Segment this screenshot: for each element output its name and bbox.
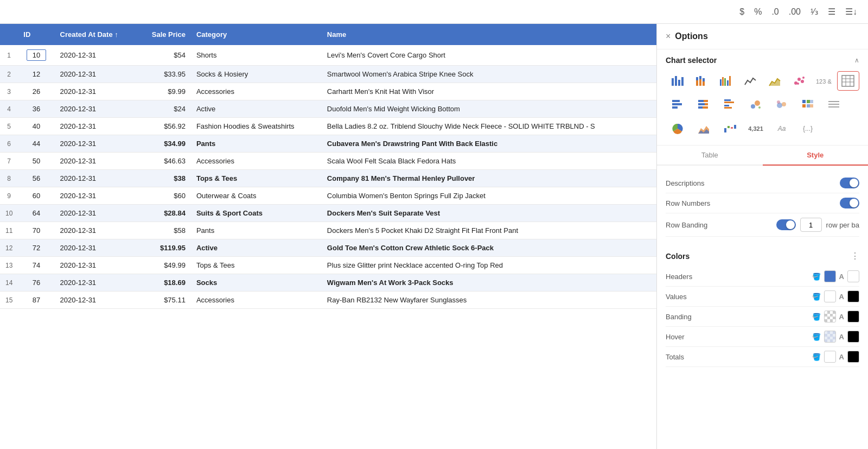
svg-rect-49 <box>802 104 806 107</box>
number-chart-icon[interactable]: 123 & <box>813 71 835 91</box>
bar-chart-icon[interactable] <box>666 71 688 91</box>
fill-bucket-icon[interactable]: 🪣 <box>812 313 821 321</box>
table-chart-icon[interactable] <box>837 71 859 91</box>
color-row: Totals🪣A <box>666 347 859 367</box>
heatmap-icon[interactable] <box>796 95 820 115</box>
id-cell: 50 <box>18 153 54 170</box>
text-color-swatch[interactable] <box>847 290 859 302</box>
funnel-icon[interactable]: {...} <box>796 119 820 138</box>
table-row[interactable]: 15872020-12-31$75.11AccessoriesRay-Ban R… <box>0 292 656 309</box>
grouped-bar-icon[interactable] <box>714 71 737 91</box>
bg-color-swatch[interactable] <box>824 351 836 363</box>
bubble-chart-icon[interactable] <box>770 95 794 115</box>
line-chart-icon[interactable] <box>739 71 761 91</box>
pie-chart-icon[interactable] <box>666 119 690 138</box>
id-cell: 44 <box>18 135 54 153</box>
col-sale-price[interactable]: Sale Price <box>137 24 191 45</box>
horiz-grouped-icon[interactable] <box>718 95 742 115</box>
table-area[interactable]: ID Created At Date ↑ Sale Price Category… <box>0 24 656 449</box>
table-row[interactable]: 5402020-12-31$56.92Fashion Hoodies & Swe… <box>0 118 656 135</box>
chart-selector-header: Chart selector ∧ <box>666 56 859 65</box>
table-row[interactable]: 12722020-12-31$119.95ActiveGold Toe Men'… <box>0 239 656 257</box>
dollar-icon[interactable]: $ <box>737 6 746 18</box>
color-label: Headers <box>666 273 812 281</box>
col-id[interactable]: ID <box>18 24 54 45</box>
table-row[interactable]: 9602020-12-31$60Outerwear & CoatsColumbi… <box>0 187 656 205</box>
area-chart-icon[interactable] <box>764 71 786 91</box>
decimal-increase-icon[interactable]: .00 <box>787 6 803 18</box>
decimal-decrease-icon[interactable]: .0 <box>769 6 781 18</box>
color-label: Hover <box>666 333 812 341</box>
align-left-icon[interactable]: ☰ <box>826 5 838 18</box>
row-banding-toggle[interactable] <box>776 219 796 230</box>
horiz-bar-icon[interactable] <box>666 95 690 115</box>
bubble-scatter-icon[interactable] <box>744 95 768 115</box>
text-icon[interactable]: Aa <box>770 119 794 138</box>
price-cell: $33.95 <box>137 66 191 83</box>
category-cell: Accessories <box>191 83 322 100</box>
text-color-swatch[interactable] <box>847 331 859 343</box>
table-row[interactable]: 11702020-12-31$58PantsDockers Men's 5 Po… <box>0 222 656 239</box>
bg-color-swatch[interactable] <box>824 331 836 343</box>
number-big-icon[interactable]: 4,321 <box>744 119 768 138</box>
text-color-icon[interactable]: A <box>839 313 844 321</box>
text-color-swatch[interactable] <box>847 351 859 363</box>
svg-rect-4 <box>696 80 698 86</box>
svg-rect-38 <box>724 105 729 106</box>
date-cell: 2020-12-31 <box>55 153 138 170</box>
svg-rect-36 <box>724 99 731 101</box>
chevron-up-icon[interactable]: ∧ <box>854 56 859 64</box>
table-row[interactable]: 7502020-12-31$46.63AccessoriesScala Wool… <box>0 153 656 170</box>
col-name[interactable]: Name <box>322 24 656 45</box>
svg-rect-9 <box>703 78 705 81</box>
table-row[interactable]: 13742020-12-31$49.99Tops & TeesPlus size… <box>0 257 656 274</box>
text-color-icon[interactable]: A <box>839 333 844 341</box>
text-color-icon[interactable]: A <box>839 353 844 361</box>
more-options-icon[interactable]: ⋮ <box>851 251 859 261</box>
col-category[interactable]: Category <box>191 24 322 45</box>
color-row: Hover🪣A <box>666 327 859 347</box>
text-color-swatch[interactable] <box>847 311 859 322</box>
sort-icon[interactable]: ☰↓ <box>843 5 859 18</box>
color-controls: 🪣A <box>812 290 859 302</box>
bg-color-swatch[interactable] <box>824 311 836 322</box>
text-color-swatch[interactable] <box>847 270 859 282</box>
name-cell: Wigwam Men's At Work 3-Pack Socks <box>322 274 656 292</box>
descriptions-toggle[interactable] <box>840 178 859 188</box>
list-icon[interactable] <box>822 95 846 115</box>
fraction-icon[interactable]: ¹⁄₃ <box>808 5 820 18</box>
col-created-at[interactable]: Created At Date ↑ <box>55 24 138 45</box>
bg-color-swatch[interactable] <box>824 270 836 282</box>
table-row[interactable]: 2122020-12-31$33.95Socks & HosierySmartw… <box>0 66 656 83</box>
price-cell: $56.92 <box>137 118 191 135</box>
percent-icon[interactable]: % <box>752 6 764 18</box>
svg-rect-10 <box>720 79 722 86</box>
horiz-stacked-icon[interactable] <box>692 95 716 115</box>
table-row[interactable]: 1102020-12-31$54ShortsLevi's Men's Cover… <box>0 45 656 66</box>
stacked-bar-icon[interactable] <box>690 71 712 91</box>
text-color-icon[interactable]: A <box>839 273 844 281</box>
scatter-icon[interactable] <box>788 71 810 91</box>
tab-style[interactable]: Style <box>763 146 869 166</box>
close-icon[interactable]: × <box>666 31 671 41</box>
table-row[interactable]: 10642020-12-31$28.84Suits & Sport CoatsD… <box>0 205 656 222</box>
table-row[interactable]: 6442020-12-31$34.99PantsCubavera Men's D… <box>0 135 656 153</box>
tab-table[interactable]: Table <box>657 146 763 166</box>
fill-bucket-icon[interactable]: 🪣 <box>812 273 821 281</box>
table-row[interactable]: 3262020-12-31$9.99AccessoriesCarhartt Me… <box>0 83 656 100</box>
svg-rect-60 <box>731 127 733 129</box>
fill-bucket-icon[interactable]: 🪣 <box>812 293 821 301</box>
row-numbers-toggle[interactable] <box>840 198 859 208</box>
waterfall-icon[interactable] <box>718 119 742 138</box>
row-num-cell: 8 <box>0 170 18 187</box>
fill-bucket-icon[interactable]: 🪣 <box>812 353 821 361</box>
area-chart2-icon[interactable] <box>692 119 716 138</box>
fill-bucket-icon[interactable]: 🪣 <box>812 333 821 341</box>
table-row[interactable]: 8562020-12-31$38Tops & TeesCompany 81 Me… <box>0 170 656 187</box>
bg-color-swatch[interactable] <box>824 290 836 302</box>
id-cell: 64 <box>18 205 54 222</box>
text-color-icon[interactable]: A <box>839 293 844 301</box>
row-banding-input[interactable] <box>800 218 822 232</box>
table-row[interactable]: 14762020-12-31$18.69SocksWigwam Men's At… <box>0 274 656 292</box>
table-row[interactable]: 4362020-12-31$24ActiveDuofold Men's Mid … <box>0 100 656 118</box>
